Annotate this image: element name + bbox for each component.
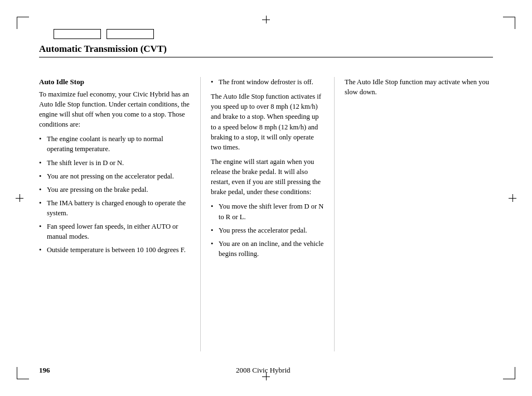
- list-item: The front window defroster is off.: [211, 77, 324, 87]
- list-item: The IMA battery is charged enough to ope…: [39, 198, 190, 218]
- footer-center-text: 2008 Civic Hybrid: [236, 366, 291, 375]
- footer-page-number: 196: [39, 366, 50, 375]
- title-rule: [39, 57, 493, 57]
- list-item: The shift lever is in D or N.: [39, 158, 190, 168]
- col-middle-bullet-list: You move the shift lever from D or N to …: [211, 201, 324, 259]
- footer: 196 2008 Civic Hybrid: [39, 366, 493, 375]
- reg-rect-1: [54, 29, 101, 39]
- crosshair-left-center: [16, 194, 23, 202]
- col-right: The Auto Idle Stop function may activate…: [335, 77, 493, 351]
- list-item: You are on an incline, and the vehicle b…: [211, 239, 324, 259]
- col-right-text: The Auto Idle Stop function may activate…: [345, 77, 493, 97]
- col-middle: The front window defroster is off. The A…: [201, 77, 335, 351]
- list-item: You move the shift lever from D or N to …: [211, 201, 324, 221]
- page-title: Automatic Transmission (CVT): [39, 44, 493, 55]
- title-section: Automatic Transmission (CVT): [39, 44, 493, 57]
- crosshair-top-center: [262, 16, 270, 23]
- content-area: Auto Idle Stop To maximize fuel economy,…: [39, 77, 493, 351]
- list-item: Outside temperature is between 10 100 de…: [39, 245, 190, 255]
- top-reg-marks: [54, 29, 154, 39]
- section-heading: Auto Idle Stop: [39, 77, 190, 88]
- col-middle-para2: The engine will start again when you rel…: [211, 157, 324, 197]
- list-item: You press the accelerator pedal.: [211, 225, 324, 235]
- col-left: Auto Idle Stop To maximize fuel economy,…: [39, 77, 201, 351]
- list-item: You are pressing on the brake pedal.: [39, 185, 190, 195]
- list-item: You are not pressing on the accelerator …: [39, 171, 190, 181]
- crosshair-right-center: [509, 194, 516, 202]
- col-left-intro: To maximize fuel economy, your Civic Hyb…: [39, 89, 190, 130]
- col-middle-bullet-top: The front window defroster is off.: [211, 77, 324, 87]
- corner-mark-top-right: [503, 17, 515, 29]
- col-left-bullet-list: The engine coolant is nearly up to norma…: [39, 134, 190, 255]
- col-middle-para1: The Auto Idle Stop function activates if…: [211, 91, 324, 152]
- corner-mark-bottom-right: [503, 367, 515, 379]
- list-item: Fan speed lower fan speeds, in either AU…: [39, 221, 190, 242]
- corner-mark-top-left: [17, 17, 29, 29]
- reg-rect-2: [107, 29, 154, 39]
- list-item: The engine coolant is nearly up to norma…: [39, 134, 190, 154]
- corner-mark-bottom-left: [17, 367, 29, 379]
